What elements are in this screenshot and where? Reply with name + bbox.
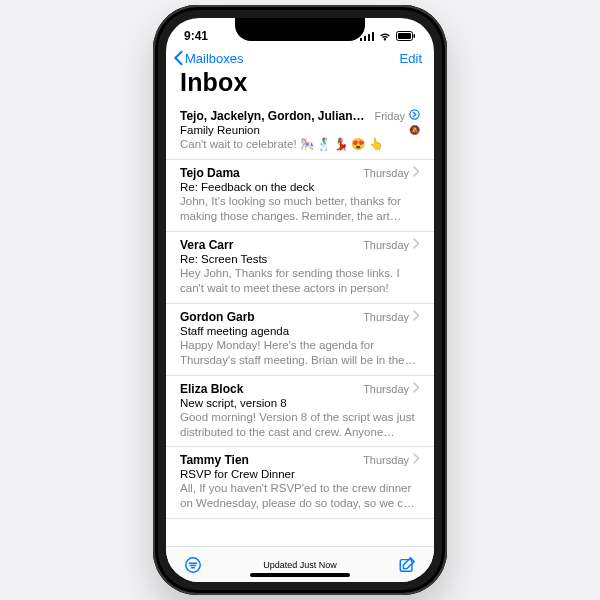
- svg-point-7: [410, 110, 419, 119]
- status-right: [360, 31, 416, 41]
- message-row[interactable]: Tejo DamaThursdayRe: Feedback on the dec…: [166, 160, 434, 232]
- title-row: Inbox: [166, 68, 434, 103]
- message-sender: Tejo Dama: [180, 166, 357, 180]
- message-sender: Eliza Block: [180, 382, 357, 396]
- message-sender: Tejo, Jackelyn, Gordon, Juliana...: [180, 109, 368, 123]
- message-preview: Good morning! Version 8 of the script wa…: [180, 410, 420, 440]
- svg-rect-3: [372, 32, 374, 41]
- message-row[interactable]: Eliza BlockThursdayNew script, version 8…: [166, 376, 434, 448]
- filter-icon: [184, 556, 202, 574]
- screen: 9:41 Mailboxes Edit Inbox Tejo, Jackelyn…: [166, 18, 434, 582]
- svg-rect-6: [414, 34, 416, 38]
- muted-icon: 🔕: [409, 125, 420, 135]
- message-preview: All, If you haven't RSVP'ed to the crew …: [180, 481, 420, 511]
- message-row[interactable]: Tejo, Jackelyn, Gordon, Juliana...Friday…: [166, 103, 434, 160]
- compose-button[interactable]: [398, 556, 416, 574]
- message-subject: Re: Screen Tests: [180, 253, 420, 265]
- message-preview: John, It's looking so much better, thank…: [180, 194, 420, 224]
- filter-button[interactable]: [184, 556, 202, 574]
- chevron-right-icon: [413, 166, 420, 177]
- edit-button[interactable]: Edit: [400, 51, 422, 66]
- message-row[interactable]: Vera CarrThursdayRe: Screen TestsHey Joh…: [166, 232, 434, 304]
- message-preview: Happy Monday! Here's the agenda for Thur…: [180, 338, 420, 368]
- message-date: Thursday: [363, 239, 409, 251]
- message-preview: Hey John, Thanks for sending those links…: [180, 266, 420, 296]
- chevron-left-icon: [172, 50, 184, 66]
- message-subject: RSVP for Crew Dinner: [180, 468, 420, 480]
- page-title: Inbox: [180, 68, 420, 97]
- chevron-right-icon: [413, 238, 420, 249]
- svg-rect-2: [368, 34, 370, 41]
- message-preview: Can't wait to celebrate! 🎠 🕺🏽 💃🏽 😍 👆: [180, 137, 420, 152]
- message-date: Thursday: [363, 383, 409, 395]
- home-indicator[interactable]: [250, 573, 350, 577]
- chevron-right-icon: [413, 453, 420, 464]
- message-date: Friday: [374, 110, 405, 122]
- toolbar-status: Updated Just Now: [263, 560, 337, 570]
- message-subject: Re: Feedback on the deck: [180, 181, 420, 193]
- notch: [235, 18, 365, 41]
- message-list[interactable]: Tejo, Jackelyn, Gordon, Juliana...Friday…: [166, 103, 434, 546]
- svg-rect-1: [364, 36, 366, 41]
- message-subject: Staff meeting agenda: [180, 325, 420, 337]
- message-subject: Family Reunion: [180, 124, 420, 136]
- iphone-frame: 9:41 Mailboxes Edit Inbox Tejo, Jackelyn…: [153, 5, 447, 595]
- chevron-right-icon: [413, 310, 420, 321]
- message-subject: New script, version 8: [180, 397, 420, 409]
- thread-accessory-icon: [409, 109, 420, 120]
- battery-icon: [396, 31, 416, 41]
- message-date: Thursday: [363, 311, 409, 323]
- chevron-right-icon: [413, 382, 420, 393]
- wifi-icon: [378, 31, 392, 41]
- message-sender: Tammy Tien: [180, 453, 357, 467]
- svg-rect-0: [360, 38, 362, 41]
- message-row[interactable]: Gordon GarbThursdayStaff meeting agendaH…: [166, 304, 434, 376]
- status-time: 9:41: [184, 29, 208, 43]
- message-row[interactable]: Tammy TienThursdayRSVP for Crew DinnerAl…: [166, 447, 434, 519]
- back-label: Mailboxes: [185, 51, 244, 66]
- back-button[interactable]: Mailboxes: [172, 50, 244, 66]
- svg-rect-5: [398, 33, 411, 39]
- message-date: Thursday: [363, 167, 409, 179]
- message-sender: Gordon Garb: [180, 310, 357, 324]
- nav-bar: Mailboxes Edit: [166, 48, 434, 68]
- message-date: Thursday: [363, 454, 409, 466]
- message-sender: Vera Carr: [180, 238, 357, 252]
- compose-icon: [398, 556, 416, 574]
